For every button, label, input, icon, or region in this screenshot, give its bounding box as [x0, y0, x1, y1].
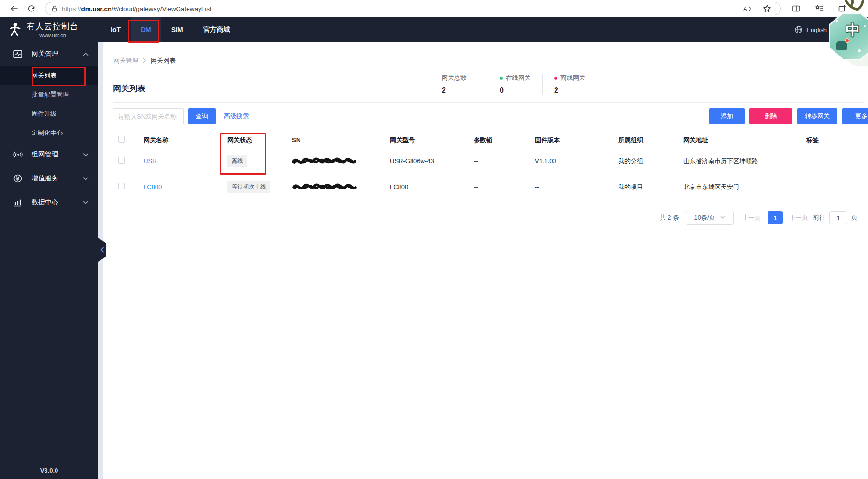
gateway-stats: 网关总数 2 在线网关 0 离线网关 2 — [442, 74, 597, 95]
cell-firmware: V1.1.03 — [535, 157, 618, 165]
table-row: LC800 等待初次上线 LC800 -- -- 我的项目 北京市东城区天安门 — [103, 174, 868, 200]
bar-chart-icon — [13, 198, 23, 207]
globe-icon — [794, 25, 803, 34]
usr-person-logo-icon — [7, 22, 22, 37]
brand-logo[interactable]: 有人云控制台 www.usr.cn — [7, 21, 78, 38]
stat-offline-value: 2 — [554, 86, 585, 95]
breadcrumb: 网关管理 网关列表 — [113, 56, 176, 65]
refresh-icon[interactable] — [23, 1, 40, 16]
brand-title: 有人云控制台 — [27, 21, 78, 32]
pagination-total: 共 2 条 — [660, 213, 679, 222]
status-tag: 等待初次上线 — [227, 181, 270, 193]
transfer-gateway-button[interactable]: 转移网关 — [797, 108, 837, 124]
col-header-param-lock: 参数锁 — [474, 136, 535, 145]
split-screen-icon[interactable] — [788, 1, 805, 16]
goto-label: 前往 — [813, 213, 825, 222]
prev-page-button[interactable]: 上一页 — [742, 213, 761, 222]
sidebar-label: 增值服务 — [32, 174, 58, 183]
ime-notification-dot — [845, 38, 849, 43]
sidebar: 网关管理 网关列表 批量配置管理 固件升级 定制化中心 组网管理 增值服务 — [0, 42, 98, 479]
app-top-nav: 有人云控制台 www.usr.cn IoT DM SIM 官方商城 Englis… — [0, 17, 868, 42]
breadcrumb-parent[interactable]: 网关管理 — [113, 56, 138, 65]
sidebar-label: 数据中心 — [32, 198, 58, 207]
read-aloud-icon[interactable]: A — [738, 1, 756, 16]
gateway-name-link[interactable]: LC800 — [144, 183, 162, 190]
next-page-button[interactable]: 下一页 — [790, 213, 808, 222]
cell-address: 山东省济南市历下区坤顺路 — [683, 157, 806, 166]
tab-iot[interactable]: IoT — [100, 17, 131, 42]
status-tag: 离线 — [227, 155, 247, 167]
row-checkbox[interactable] — [118, 183, 125, 189]
cell-param-lock: -- — [474, 157, 535, 165]
browser-toolbar: https://dm.usr.cn/#/cloud/gateway/ViewGa… — [0, 0, 868, 17]
chevron-up-icon — [83, 52, 89, 56]
col-header-name: 网关名称 — [144, 136, 227, 145]
chevron-left-icon — [100, 247, 105, 253]
table-row: USR 离线 USR-G806w-43 -- V1.1.03 我的分组 山东省济… — [103, 148, 868, 174]
page-size-select[interactable]: 10条/页 — [686, 211, 734, 225]
sidebar-label: 批量配置管理 — [32, 90, 69, 99]
chevron-down-icon — [720, 216, 725, 220]
page-number-1[interactable]: 1 — [768, 211, 783, 224]
col-header-model: 网关型号 — [390, 136, 474, 145]
col-header-sn: SN — [292, 136, 390, 144]
cell-org: 我的分组 — [618, 157, 683, 166]
breadcrumb-current: 网关列表 — [151, 56, 176, 65]
sidebar-label: 网关列表 — [32, 71, 56, 80]
ime-badge-octagon: 中 — [829, 12, 868, 60]
sn-redaction-scribble — [292, 183, 390, 191]
tab-sim[interactable]: SIM — [161, 17, 193, 42]
select-all-checkbox[interactable] — [118, 136, 125, 143]
query-button[interactable]: 查询 — [188, 108, 216, 124]
app-version: V3.0.0 — [0, 467, 98, 474]
ime-overlay-badge[interactable]: 中 — [815, 0, 868, 63]
tab-dm[interactable]: DM — [131, 17, 161, 42]
chevron-down-icon — [83, 177, 89, 181]
more-button[interactable]: 更多 — [842, 108, 868, 124]
search-input[interactable] — [113, 108, 184, 124]
sidebar-item-gateway-list[interactable]: 网关列表 — [0, 66, 98, 85]
ime-mode-indicator: 中 — [846, 21, 860, 40]
favorite-star-icon[interactable] — [758, 1, 776, 16]
col-header-tag: 标签 — [806, 136, 868, 145]
sidebar-item-value-added[interactable]: 增值服务 — [0, 167, 98, 190]
lock-icon — [51, 5, 58, 12]
sidebar-item-gateway-mgmt[interactable]: 网关管理 — [0, 42, 98, 66]
breadcrumb-separator-icon — [143, 57, 146, 65]
stat-offline: 离线网关 2 — [542, 74, 597, 95]
tab-official-store[interactable]: 官方商城 — [193, 17, 240, 42]
svg-text:A: A — [743, 5, 747, 12]
action-buttons: 添加 删除 转移网关 更多 — [709, 108, 868, 124]
online-dot — [500, 77, 503, 80]
gateway-mgmt-icon — [13, 49, 23, 59]
back-icon[interactable] — [6, 1, 23, 16]
sidebar-label: 定制化中心 — [32, 129, 63, 137]
cell-model: USR-G806w-43 — [390, 157, 474, 165]
col-header-status: 网关状态 — [227, 136, 292, 145]
brand-subtitle: www.usr.cn — [39, 33, 66, 38]
yuan-circle-icon — [13, 174, 23, 183]
add-button[interactable]: 添加 — [709, 108, 745, 124]
sidebar-item-batch-config[interactable]: 批量配置管理 — [0, 85, 98, 104]
sidebar-item-network-mgmt[interactable]: 组网管理 — [0, 143, 98, 167]
col-header-address: 网关地址 — [683, 136, 806, 145]
row-checkbox[interactable] — [118, 157, 125, 164]
sidebar-item-data-center[interactable]: 数据中心 — [0, 190, 98, 214]
sidebar-label: 网关管理 — [32, 50, 58, 58]
advanced-search-link[interactable]: 高级搜索 — [224, 112, 249, 121]
stat-total-value: 2 — [442, 86, 476, 95]
sidebar-item-customization-center[interactable]: 定制化中心 — [0, 123, 98, 143]
gateway-table: 网关名称 网关状态 SN 网关型号 参数锁 固件版本 所属组织 网关地址 标签 … — [103, 132, 868, 200]
col-header-org: 所属组织 — [618, 136, 683, 145]
sidebar-label: 组网管理 — [32, 150, 58, 159]
gateway-name-link[interactable]: USR — [144, 157, 156, 165]
stat-online: 在线网关 0 — [488, 74, 542, 95]
url-text: https://dm.usr.cn/#/cloud/gateway/ViewGa… — [62, 5, 211, 12]
goto-page-input[interactable] — [829, 211, 847, 224]
sidebar-item-firmware-upgrade[interactable]: 固件升级 — [0, 104, 98, 123]
address-bar[interactable]: https://dm.usr.cn/#/cloud/gateway/ViewGa… — [45, 2, 781, 15]
sidebar-label: 固件升级 — [32, 110, 56, 118]
stat-online-value: 0 — [500, 86, 531, 95]
delete-button[interactable]: 删除 — [749, 108, 792, 124]
goto-unit: 页 — [851, 213, 857, 222]
